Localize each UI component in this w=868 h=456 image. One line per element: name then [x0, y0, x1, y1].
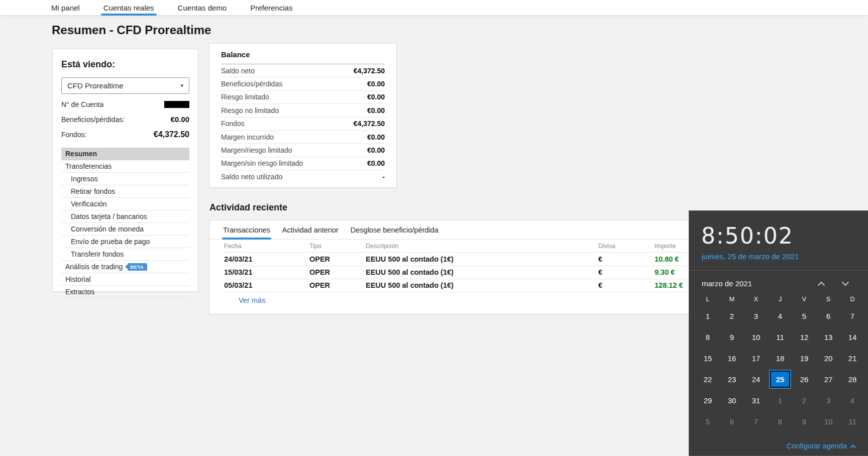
cell-divisa: € — [598, 255, 655, 263]
sidebar-menu-item[interactable]: Análisis de trading BETA — [61, 261, 189, 273]
calendar-day-cell[interactable]: 5 — [696, 411, 720, 432]
calendar-day-cell[interactable]: 16 — [720, 348, 744, 369]
calendar-day-cell[interactable]: 15 — [696, 348, 720, 369]
account-select[interactable]: CFD Prorealtime ▾ — [61, 77, 189, 94]
calendar-day-cell[interactable]: 1 — [768, 390, 792, 411]
calendar-day-cell[interactable]: 26 — [792, 369, 816, 390]
calendar-day-cell[interactable]: 9 — [720, 326, 744, 348]
balance-row-label: Riesgo limitado — [221, 93, 269, 101]
activity-tab-label: Desglose beneficio/pérdida — [351, 226, 439, 234]
calendar-day-cell[interactable]: 2 — [792, 390, 816, 411]
sidebar-menu-item[interactable]: Transferencias — [61, 160, 189, 173]
calendar-day-cell[interactable]: 11 — [768, 326, 792, 348]
calendar-day-number: 2 — [794, 392, 814, 409]
nav-tab[interactable]: Mi panel — [51, 0, 80, 16]
calendar-day-number: 1 — [698, 307, 718, 324]
calendar-day-cell[interactable]: 17 — [744, 348, 768, 369]
calendar-day-number: 1 — [770, 392, 790, 409]
nav-tab[interactable]: Cuentas demo — [178, 0, 227, 16]
calendar-day-cell[interactable]: 1 — [696, 305, 720, 326]
clock-date[interactable]: jueves, 25 de marzo de 2021 — [702, 252, 868, 261]
calendar-day-cell[interactable]: 12 — [792, 326, 816, 348]
calendar-day-cell[interactable]: 21 — [840, 348, 864, 369]
calendar-day-cell[interactable]: 6 — [816, 305, 840, 326]
calendar-prev-month-button[interactable] — [815, 280, 828, 288]
calendar-day-cell[interactable]: 10 — [744, 326, 768, 348]
calendar-day-cell[interactable]: 6 — [720, 411, 744, 432]
sidebar-menu-item[interactable]: Historial — [61, 273, 189, 286]
calendar-day-cell[interactable]: 19 — [792, 348, 816, 369]
sidebar-menu-item-label: Verificación — [71, 200, 107, 208]
calendar-day-cell[interactable]: 9 — [792, 411, 816, 432]
sidebar-menu-item[interactable]: Conversión de moneda — [61, 223, 189, 236]
calendar-day-cell[interactable]: 3 — [816, 390, 840, 411]
sidebar-menu-item[interactable]: Extractos — [61, 286, 189, 298]
calendar-day-number: 15 — [698, 350, 718, 367]
calendar-day-cell[interactable]: 24 — [744, 369, 768, 390]
sidebar-menu-item[interactable]: Transferir fondos — [61, 248, 189, 261]
calendar-day-cell[interactable]: 8 — [696, 326, 720, 348]
calendar-day-cell[interactable]: 20 — [816, 348, 840, 369]
nav-tab[interactable]: Cuentas reales — [103, 0, 154, 16]
calendar-day-cell[interactable]: 7 — [840, 305, 864, 326]
balance-row-value: €4,372.50 — [354, 67, 385, 75]
calendar-day-cell[interactable]: 4 — [768, 305, 792, 326]
cell-descripcion: EEUU 500 al contado (1€) — [366, 281, 598, 289]
calendar-day-number: 5 — [698, 413, 718, 430]
sidebar-menu-item-label: Datos tarjeta / bancarios — [71, 212, 147, 220]
calendar-day-cell[interactable]: 25 — [768, 369, 792, 390]
calendar-day-cell[interactable]: 7 — [744, 411, 768, 432]
cell-tipo: OPER — [309, 281, 366, 289]
calendar-day-cell[interactable]: 2 — [720, 305, 744, 326]
cell-divisa: € — [598, 281, 655, 289]
calendar-day-cell[interactable]: 30 — [720, 390, 744, 411]
sidebar-menu-item-label: Resumen — [65, 150, 97, 158]
calendar-day-cell[interactable]: 4 — [840, 390, 864, 411]
calendar-day-cell[interactable]: 18 — [768, 348, 792, 369]
calendar-day-cell[interactable]: 22 — [696, 369, 720, 390]
sidebar-menu-item[interactable]: Envío de prueba de pago — [61, 236, 189, 248]
calendar-day-number: 3 — [746, 307, 766, 324]
balance-row-value: €0.00 — [367, 133, 385, 141]
calendar-day-cell[interactable]: 14 — [840, 326, 864, 348]
calendar-day-cell[interactable]: 11 — [840, 411, 864, 432]
calendar-day-number: 22 — [698, 371, 718, 388]
activity-tab[interactable]: Transacciones — [223, 220, 270, 240]
balance-title: Balance — [221, 44, 385, 64]
sidebar-menu-item[interactable]: Resumen — [61, 148, 189, 160]
calendar-day-cell[interactable]: 28 — [840, 369, 864, 390]
day-of-week-label: V — [792, 296, 816, 303]
calendar-day-cell[interactable]: 5 — [792, 305, 816, 326]
calendar-day-number: 25 — [770, 371, 790, 388]
ver-mas-link[interactable]: Ver más — [239, 296, 265, 304]
calendar-day-number: 9 — [794, 413, 814, 430]
calendar-day-cell[interactable]: 13 — [816, 326, 840, 348]
calendar-day-cell[interactable]: 29 — [696, 390, 720, 411]
calendar-day-number: 4 — [770, 307, 790, 324]
day-of-week-label: L — [696, 296, 720, 303]
calendar-next-month-button[interactable] — [839, 280, 852, 288]
calendar-day-cell[interactable]: 23 — [720, 369, 744, 390]
calendar-day-cell[interactable]: 31 — [744, 390, 768, 411]
activity-tab[interactable]: Actividad anterior — [282, 220, 339, 240]
account-number-label: N° de Cuenta — [61, 100, 103, 108]
balance-row: Saldo neto €4,372.50 — [221, 64, 385, 77]
calendar-day-cell[interactable]: 10 — [816, 411, 840, 432]
activity-tab[interactable]: Desglose beneficio/pérdida — [351, 220, 439, 240]
calendar-month-row: marzo de 2021 — [689, 271, 868, 288]
calendar-day-number: 28 — [842, 371, 862, 388]
calendar-day-cell[interactable]: 8 — [768, 411, 792, 432]
sidebar-menu-item-label: Envío de prueba de pago — [71, 238, 150, 246]
sidebar-menu-item[interactable]: Verificación — [61, 198, 189, 210]
sidebar-menu-item[interactable]: Ingresos — [61, 173, 189, 185]
calendar-day-number: 7 — [746, 413, 766, 430]
calendar-month-label[interactable]: marzo de 2021 — [702, 279, 752, 288]
calendar-day-cell[interactable]: 27 — [816, 369, 840, 390]
calendar-day-cell[interactable]: 3 — [744, 305, 768, 326]
sidebar-menu-item[interactable]: Retirar fondos — [61, 185, 189, 198]
configure-agenda-link[interactable]: Configurar agenda — [787, 442, 855, 450]
nav-tab[interactable]: Preferencias — [250, 0, 292, 16]
chevron-down-icon — [842, 279, 849, 286]
sidebar-menu-item[interactable]: Datos tarjeta / bancarios — [61, 210, 189, 223]
sidebar-menu-item-label: Retirar fondos — [71, 187, 115, 195]
